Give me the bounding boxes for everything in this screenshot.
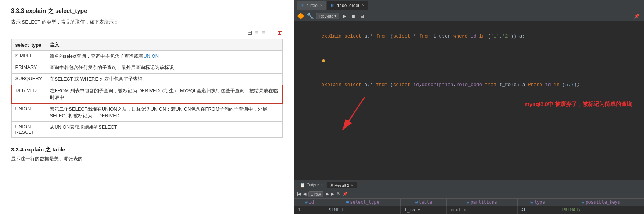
- meaning-cell: 查询中若包含任何复杂的子查询，最外层查询标记为该标识: [46, 62, 282, 74]
- output-icon: 📋: [300, 183, 305, 188]
- delete-icon[interactable]: 🗑: [277, 29, 283, 36]
- tab-t-role-label: t_role: [307, 3, 318, 8]
- tab-t-role-close[interactable]: ✕: [320, 3, 323, 7]
- section-title-2: 3.3.4 explain 之 table: [11, 146, 283, 153]
- list-icon[interactable]: ≡: [255, 29, 258, 36]
- table-row: UNION RESULT从UNION表获取结果的SELECT: [11, 122, 282, 138]
- col-id: ⊞id: [294, 199, 325, 206]
- stop-btn[interactable]: ◼: [350, 13, 357, 19]
- meaning-cell: 若第二个SELECT出现在UNION之后，则标记为UNION；若UNION包含在…: [46, 103, 282, 122]
- result-cell-select_type: SIMPLE: [325, 206, 401, 214]
- editor-tab-bar: ⊞ t_role ✕ ⊞ trade_order ✕: [294, 0, 644, 11]
- select-type-cell: SUBQUERY: [11, 74, 46, 85]
- prev-page-btn[interactable]: ◀: [303, 192, 306, 196]
- result-cell-id: 1: [294, 206, 325, 214]
- grid-icon[interactable]: ⊞: [247, 29, 252, 36]
- result-cell-type: ALL: [517, 206, 558, 214]
- wrench-icon[interactable]: 🔧: [307, 13, 314, 19]
- chevron-down-icon: ▾: [334, 14, 337, 18]
- table-icon: ⊞: [301, 3, 304, 8]
- table-icon-2: ⊞: [331, 3, 334, 8]
- tx-label: Tx: Auto: [319, 14, 333, 18]
- col-possible-keys: ⊞possible_keys: [558, 199, 644, 206]
- col-partitions: ⊞partitions: [447, 199, 517, 206]
- next-page-btn[interactable]: ▶: [326, 192, 329, 196]
- col-type: ⊞type: [517, 199, 558, 206]
- annotation-area: mysql8.0中 被废弃了，被标记为简单的查询: [298, 97, 640, 141]
- table-toolbar: ⊞ ≡ ≡ ⋮ 🗑: [11, 29, 283, 36]
- code-line-1: explain select a.* from (select * from t…: [298, 24, 640, 49]
- explain-table: select_type 含义 SIMPLE简单的select查询，查询中不包含子…: [11, 39, 283, 138]
- meaning-cell: 简单的select查询，查询中不包含子查询或者UNION: [46, 51, 282, 62]
- tab-t-role[interactable]: ⊞ t_role ✕: [297, 1, 326, 10]
- select-type-cell: UNION RESULT: [11, 122, 46, 138]
- list2-icon[interactable]: ≡: [262, 29, 265, 36]
- tab-output[interactable]: 📋 Output ✕: [297, 182, 326, 188]
- col-header-select-type: select_type: [11, 39, 46, 51]
- tab-trade-order-label: trade_order: [337, 3, 359, 8]
- col-table: ⊞table: [401, 199, 447, 206]
- result-cell-table: t_role: [401, 206, 447, 214]
- annotation-text: mysql8.0中 被废弃了，被标记为简单的查询: [525, 101, 632, 108]
- tx-dropdown[interactable]: Tx: Auto ▾: [316, 13, 339, 19]
- editor-middle: explain select a.* from (select * from t…: [294, 21, 644, 180]
- select-type-cell: PRIMARY: [11, 62, 46, 74]
- result-tab-bar: 📋 Output ✕ ⊞ Result 2 ✕: [294, 180, 644, 190]
- table-row: SIMPLE简单的select查询，查询中不包含子查询或者UNION: [11, 51, 282, 62]
- result-cell-possible_keys: PRIMARY: [558, 206, 644, 214]
- result-row: 1SIMPLEt_role<null>ALLPRIMARY: [294, 206, 644, 214]
- section-desc-1: 表示 SELECT 的类型，常见的取值，如下表所示：: [11, 19, 283, 25]
- tab-trade-order[interactable]: ⊞ trade_order ✕: [327, 1, 368, 10]
- pin-btn[interactable]: 📌: [633, 13, 641, 19]
- last-page-btn[interactable]: ▶|: [331, 192, 335, 196]
- section-desc-2: 显示这一行的数据是关于哪张表的: [11, 156, 283, 162]
- code-line-2: [298, 49, 640, 73]
- left-panel: 3.3.3 explain 之 select_type 表示 SELECT 的类…: [0, 0, 294, 214]
- arrow-svg: [335, 93, 446, 138]
- run-btn[interactable]: ▶: [341, 13, 348, 19]
- table-row: UNION若第二个SELECT出现在UNION之后，则标记为UNION；若UNI…: [11, 103, 282, 122]
- refresh-btn[interactable]: ↻: [337, 192, 340, 196]
- row-count: 1 row: [308, 191, 323, 197]
- right-panel: ⊞ t_role ✕ ⊞ trade_order ✕ 🔶 🔧 Tx: Auto …: [294, 0, 644, 214]
- commit-btn[interactable]: ⊞: [359, 13, 365, 19]
- meaning-cell: 在FROM 列表中包含的子查询，被标记为 DERIVED（衍生） MYSQL会递…: [46, 85, 282, 103]
- result-icon: ⊞: [330, 183, 333, 188]
- pin-result-btn[interactable]: 📌: [343, 192, 348, 196]
- tab-output-close[interactable]: ✕: [320, 183, 323, 187]
- tab-result2-label: Result 2: [334, 183, 349, 188]
- result-cell-partitions: <null>: [447, 206, 517, 214]
- code-area[interactable]: explain select a.* from (select * from t…: [294, 21, 644, 144]
- table-row: PRIMARY查询中若包含任何复杂的子查询，最外层查询标记为该标识: [11, 62, 282, 74]
- result-toolbar: |◀ ◀ 1 row ▶ ▶| ↻ 📌: [294, 190, 644, 199]
- sep: |: [368, 13, 370, 19]
- tab-output-label: Output: [307, 183, 319, 187]
- select-type-cell: UNION: [11, 103, 46, 122]
- table-row: SUBQUERY在SELECT 或 WHERE 列表中包含了子查询: [11, 74, 282, 85]
- meaning-cell: 从UNION表获取结果的SELECT: [46, 122, 282, 138]
- section-title-1: 3.3.3 explain 之 select_type: [11, 7, 283, 15]
- tab-trade-order-close[interactable]: ✕: [362, 3, 365, 7]
- first-page-btn[interactable]: |◀: [297, 192, 301, 196]
- select-type-cell: SIMPLE: [11, 51, 46, 62]
- table-row: DERIVED在FROM 列表中包含的子查询，被标记为 DERIVED（衍生） …: [11, 85, 282, 103]
- tab-result2[interactable]: ⊞ Result 2 ✕: [327, 182, 357, 188]
- db-icon: 🔶: [297, 13, 304, 19]
- select-type-cell: DERIVED: [11, 85, 46, 103]
- col-select-type: ⊞select_type: [325, 199, 401, 206]
- more-icon[interactable]: ⋮: [268, 29, 274, 36]
- result-table: ⊞id ⊞select_type ⊞table ⊞partitions ⊞typ…: [294, 199, 644, 214]
- bottom-panel: 📋 Output ✕ ⊞ Result 2 ✕ |◀ ◀ 1 row ▶ ▶| …: [294, 180, 644, 214]
- tab-result2-close[interactable]: ✕: [351, 183, 354, 187]
- warning-dot: [322, 59, 325, 62]
- svg-line-1: [343, 97, 365, 130]
- col-header-meaning: 含义: [46, 39, 282, 51]
- meaning-cell: 在SELECT 或 WHERE 列表中包含了子查询: [46, 74, 282, 85]
- editor-toolbar: 🔶 🔧 Tx: Auto ▾ ▶ ◼ ⊞ | 📌: [294, 11, 644, 21]
